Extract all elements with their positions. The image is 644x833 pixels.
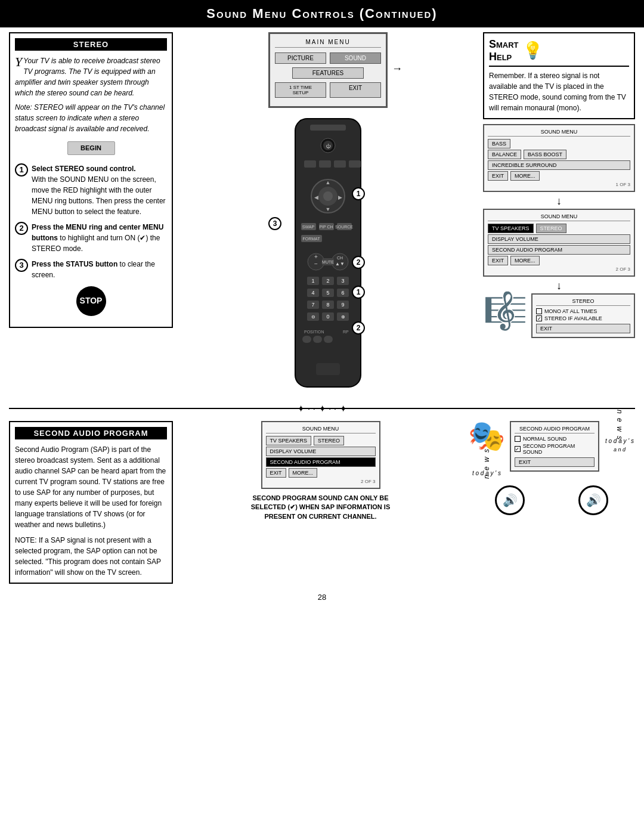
badge-2-bottom: 2	[352, 321, 365, 335]
smart-help-title-2: Help	[489, 51, 512, 63]
stereo-btn-b[interactable]: STEREO	[314, 436, 344, 445]
begin-badge: BEGIN	[67, 141, 115, 155]
second-program-checkbox[interactable]	[515, 446, 521, 452]
sm1-row1: BASS	[488, 139, 630, 148]
more-btn-sm1[interactable]: MORE...	[510, 171, 540, 181]
svg-text:⏻: ⏻	[326, 144, 331, 149]
stereo-section: STEREO Y Your TV is able to receive broa…	[9, 32, 173, 328]
sound-btn[interactable]: SOUND	[330, 52, 381, 64]
remote-control-svg: ⏻ ▲ ▼ ◀ ▶	[277, 113, 379, 399]
more-btn-sm2[interactable]: MORE...	[510, 256, 540, 265]
exit-btn-sm2[interactable]: EXIT	[488, 256, 508, 265]
arrow-right-1: →	[392, 63, 402, 75]
mono-option: MONO AT ALL TIMES	[536, 308, 630, 314]
title-text: Sound Menu Controls (Continued)	[206, 6, 437, 21]
step-3: 3 Press the STATUS button to clear the s…	[15, 259, 167, 280]
exit-btn-sap-sub[interactable]: EXIT	[515, 457, 595, 467]
news-label-right: n e w s	[615, 410, 624, 441]
bottom-right: 🎭 n e w s t o d a y ' s SECOND AUDIO PRO…	[468, 421, 635, 515]
tv-speakers-btn[interactable]: TV SPEAKERS	[488, 224, 534, 233]
svg-point-11	[323, 191, 333, 201]
step-2: 2 Press the MENU ring and center MENU bu…	[15, 222, 167, 254]
incredible-surround-btn[interactable]: INCREDIBLE SURROUND	[488, 160, 630, 170]
step-3-bold: Press the STATUS button	[32, 260, 117, 268]
exit-btn-main[interactable]: EXIT	[330, 82, 381, 98]
masks-top-icon: 🎭	[468, 421, 505, 451]
sound-menu-1: SOUND MENU BASS BALANCE BASS BOOST INCRE…	[483, 124, 635, 192]
svg-text:3: 3	[341, 278, 344, 284]
main-menu-area: MAIN MENU PICTURE SOUND FEATURES 1 ST TI…	[268, 32, 388, 108]
bass-btn[interactable]: BASS	[488, 139, 510, 148]
main-menu-title: MAIN MENU	[275, 39, 381, 48]
right-column: Smart Help 💡 Remember. If a stereo signa…	[483, 32, 635, 338]
sm1-row2: BALANCE BASS BOOST	[488, 150, 630, 159]
exit-btn-sm2b[interactable]: EXIT	[266, 468, 286, 478]
svg-text:−: −	[314, 261, 318, 267]
sm2b-row1: TV SPEAKERS STEREO	[266, 436, 376, 445]
normal-sound-checkbox[interactable]	[515, 436, 521, 442]
svg-text:CH: CH	[337, 256, 343, 260]
more-btn-sm2b[interactable]: MORE...	[289, 468, 318, 478]
stereo-submenu-title: STEREO	[536, 298, 630, 306]
sm1-row3: INCREDIBLE SURROUND	[488, 160, 630, 170]
svg-text:◀: ◀	[314, 194, 318, 200]
sound-menu-2: SOUND MENU TV SPEAKERS STEREO DISPLAY VO…	[483, 209, 635, 277]
step-1-text: Select STEREO sound control. With the SO…	[32, 163, 167, 217]
stereo-label: STEREO IF AVAILABLE	[544, 315, 602, 321]
sap-submenu-inner: SECOND AUDIO PROGRAM NORMAL SOUND SECOND…	[510, 421, 599, 472]
main-menu-row-1: PICTURE SOUND	[275, 51, 381, 66]
svg-text:+: +	[314, 253, 318, 260]
sound-menu-1-title: SOUND MENU	[488, 129, 630, 137]
step-2-text: Press the MENU ring and center MENU butt…	[32, 222, 167, 254]
svg-text:⊖: ⊖	[311, 314, 315, 320]
stereo-header: STEREO	[15, 38, 167, 51]
features-btn[interactable]: FEATURES	[292, 67, 364, 79]
svg-text:8: 8	[326, 302, 329, 308]
sap-para2: NOTE: If a SAP signal is not present wit…	[15, 535, 167, 578]
second-program-option: SECOND PROGRAM SOUND	[515, 443, 595, 455]
svg-rect-7	[334, 160, 346, 168]
display-volume-btn[interactable]: DISPLAY VOLUME	[488, 234, 630, 244]
bass-boost-btn[interactable]: BASS BOOST	[524, 150, 566, 159]
arrow-down-2: ↓	[483, 280, 635, 292]
step-1: 1 Select STEREO sound control. With the …	[15, 163, 167, 217]
right-labels: n e w s t o d a y ' s a n d	[604, 421, 635, 453]
setup-btn[interactable]: 1 ST TIME SETUP	[275, 82, 326, 98]
display-volume-btn-b[interactable]: DISPLAY VOLUME	[266, 447, 376, 456]
badge-1-bottom: 1	[352, 286, 365, 299]
tv-speakers-btn-b[interactable]: TV SPEAKERS	[266, 436, 312, 445]
stereo-para1: Your TV is able to receive broadcast ste…	[15, 57, 160, 97]
picture-btn[interactable]: PICTURE	[275, 52, 326, 64]
speaker-left-icon: 🔊	[495, 485, 525, 515]
exit-btn-stereo-sub[interactable]: EXIT	[536, 324, 630, 333]
sap-note: SECOND PROGRAM SOUND CAN ONLY BE SELECTE…	[249, 494, 392, 521]
mono-checkbox[interactable]	[536, 308, 542, 314]
svg-text:FORMAT: FORMAT	[302, 237, 320, 241]
svg-rect-1	[310, 125, 346, 131]
sound-menu-2b: SOUND MENU TV SPEAKERS STEREO DISPLAY VO…	[261, 421, 380, 489]
svg-text:7: 7	[311, 302, 314, 308]
balance-btn[interactable]: BALANCE	[488, 150, 521, 159]
mono-label: MONO AT ALL TIMES	[544, 308, 597, 314]
stereo-btn-sm2[interactable]: STEREO	[536, 224, 566, 233]
main-menu-row-3: 1 ST TIME SETUP EXIT	[275, 80, 381, 100]
sap-btn-b[interactable]: SECOND AUDIO PROGRAM	[266, 457, 376, 467]
exit-btn-sm1[interactable]: EXIT	[488, 171, 508, 181]
begin-badge-wrap: BEGIN	[15, 138, 167, 159]
smart-help-header: Smart Help 💡	[489, 38, 629, 67]
speaker-right-icon: 🔊	[578, 485, 608, 515]
sap-section: SECOND AUDIO PROGRAM Second Audio Progra…	[9, 421, 173, 584]
sap-submenu-box: SECOND AUDIO PROGRAM NORMAL SOUND SECOND…	[510, 421, 599, 472]
svg-text:POSITION: POSITION	[304, 330, 324, 334]
second-program-label: SECOND PROGRAM SOUND	[523, 443, 595, 455]
sound-menu-2-title: SOUND MENU	[488, 213, 630, 221]
sap-btn-sm2[interactable]: SECOND AUDIO PROGRAM	[488, 245, 630, 255]
sm2b-row4: EXIT MORE...	[266, 468, 376, 478]
sm1-row4: EXIT MORE...	[488, 171, 630, 181]
badge-1-top: 1	[352, 187, 365, 200]
stereo-checkbox[interactable]	[536, 315, 542, 321]
section-divider: ✦ · · ✦ · · ✦	[9, 408, 635, 409]
normal-sound-label: NORMAL SOUND	[523, 436, 566, 442]
svg-text:0: 0	[326, 314, 329, 320]
smart-help-title: Smart Help	[489, 38, 519, 63]
